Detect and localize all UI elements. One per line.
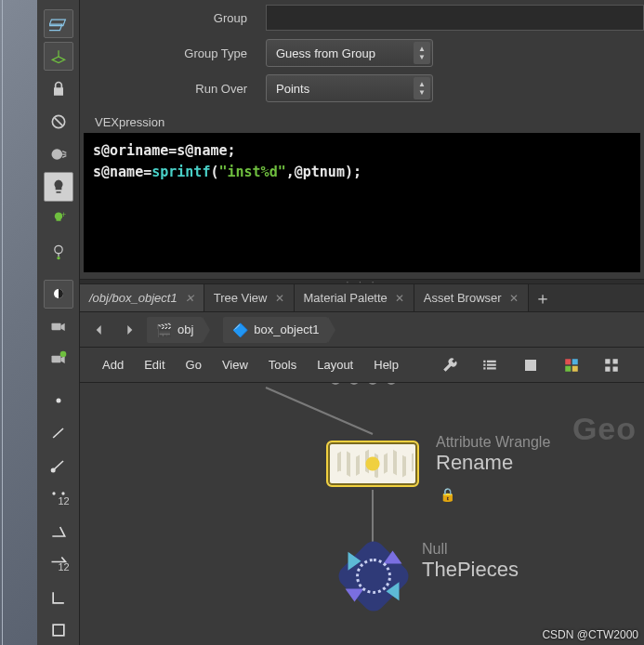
add-env-light-icon[interactable] bbox=[44, 238, 73, 267]
sheet-icon[interactable] bbox=[520, 354, 541, 376]
parameter-panel: Group Group Type Guess from Group ▲▼ Run… bbox=[80, 0, 644, 279]
network-menubar: Add Edit Go View Tools Layout Help bbox=[80, 348, 644, 383]
point-number-icon[interactable]: 12 bbox=[44, 484, 73, 514]
input-port[interactable] bbox=[349, 383, 359, 385]
render-region-icon[interactable] bbox=[44, 280, 73, 309]
menu-go[interactable]: Go bbox=[186, 358, 202, 372]
display-options-icon[interactable] bbox=[44, 9, 73, 38]
svg-rect-11 bbox=[51, 356, 60, 363]
vertex-icon[interactable] bbox=[44, 584, 73, 612]
svg-rect-18 bbox=[484, 360, 486, 362]
group-input[interactable] bbox=[266, 5, 644, 31]
geo-icon: 🔷 bbox=[232, 322, 248, 337]
tab-asset-browser[interactable]: Asset Browser ✕ bbox=[414, 284, 529, 311]
code-string: "inst%d" bbox=[218, 164, 285, 180]
stepper-icon[interactable]: ▲▼ bbox=[414, 42, 430, 64]
menu-add[interactable]: Add bbox=[102, 358, 124, 372]
input-port[interactable] bbox=[387, 383, 396, 385]
svg-rect-10 bbox=[51, 323, 60, 331]
close-icon[interactable]: ✕ bbox=[275, 292, 284, 305]
svg-rect-23 bbox=[487, 367, 496, 369]
menu-view[interactable]: View bbox=[222, 358, 248, 372]
svg-rect-0 bbox=[49, 24, 62, 31]
input-port[interactable] bbox=[331, 383, 340, 385]
palette-icon[interactable] bbox=[561, 354, 582, 376]
prim-number-icon[interactable]: 12 bbox=[44, 550, 73, 580]
more-display-icon[interactable] bbox=[44, 616, 73, 645]
tab-tree-view[interactable]: Tree View ✕ bbox=[204, 284, 295, 311]
run-over-label: Run Over bbox=[80, 82, 266, 96]
svg-point-6 bbox=[54, 245, 61, 253]
menu-layout[interactable]: Layout bbox=[317, 358, 353, 372]
lighting-icon[interactable] bbox=[44, 172, 73, 201]
code-text: ,@ptnum); bbox=[286, 164, 361, 180]
network-editor: /obj/box_object1 ✕ Tree View ✕ Material … bbox=[80, 284, 644, 645]
menu-edit[interactable]: Edit bbox=[144, 358, 164, 372]
normals-icon[interactable] bbox=[44, 518, 73, 546]
wrangle-icon bbox=[332, 446, 414, 481]
stepper-icon[interactable]: ▲▼ bbox=[414, 77, 430, 99]
node-name-text: Rename bbox=[436, 451, 550, 475]
obj-icon: 🎬 bbox=[156, 322, 172, 337]
camera-icon[interactable] bbox=[44, 312, 73, 341]
left-toolbar: + 12 12 bbox=[37, 0, 80, 645]
svg-point-14 bbox=[51, 469, 54, 472]
add-tab-button[interactable]: ＋ bbox=[529, 284, 557, 311]
input-port[interactable] bbox=[368, 383, 377, 385]
node-type-text: Attribute Wrangle bbox=[436, 434, 550, 451]
disable-icon[interactable] bbox=[44, 107, 73, 136]
svg-rect-27 bbox=[565, 365, 571, 371]
node-input-ports bbox=[331, 383, 396, 385]
breadcrumb-obj[interactable]: 🎬 obj bbox=[147, 317, 203, 343]
breadcrumb-box-object[interactable]: 🔷 box_object1 bbox=[223, 317, 328, 343]
tab-network-path[interactable]: /obj/box_object1 ✕ bbox=[80, 284, 204, 311]
group-type-select[interactable]: Guess from Group ▲▼ bbox=[266, 39, 433, 67]
add-camera-icon[interactable] bbox=[44, 345, 73, 374]
tab-material-palette[interactable]: Material Palette ✕ bbox=[295, 284, 414, 311]
grid-icon[interactable] bbox=[601, 354, 622, 376]
close-icon[interactable]: ✕ bbox=[395, 292, 404, 305]
null-icon-part bbox=[384, 550, 402, 563]
breadcrumb-label: obj bbox=[177, 322, 193, 336]
nav-back-button[interactable] bbox=[87, 318, 112, 342]
lock-icon[interactable] bbox=[44, 74, 73, 103]
svg-rect-1 bbox=[49, 20, 65, 26]
tab-bar: /obj/box_object1 ✕ Tree View ✕ Material … bbox=[80, 284, 644, 312]
run-over-select[interactable]: Points ▲▼ bbox=[266, 74, 433, 102]
list-view-icon[interactable] bbox=[480, 354, 501, 376]
menu-tools[interactable]: Tools bbox=[269, 358, 296, 372]
point-display-icon[interactable] bbox=[44, 387, 73, 415]
svg-point-3 bbox=[51, 149, 62, 160]
menu-help[interactable]: Help bbox=[374, 358, 399, 372]
code-text: s@name= bbox=[93, 164, 151, 180]
svg-point-12 bbox=[59, 351, 66, 358]
watermark: CSDN @CTW2000 bbox=[542, 628, 638, 641]
svg-rect-32 bbox=[613, 366, 618, 371]
wrench-icon[interactable] bbox=[440, 354, 460, 376]
node-name-text: ThePieces bbox=[422, 558, 519, 582]
add-light-icon[interactable]: + bbox=[44, 205, 73, 234]
headlight-icon[interactable] bbox=[44, 139, 73, 168]
edge-display-icon[interactable] bbox=[44, 419, 73, 448]
primitive-display-icon[interactable] bbox=[44, 452, 73, 480]
svg-rect-21 bbox=[487, 363, 496, 365]
path-bar: 🎬 obj 🔷 box_object1 bbox=[80, 312, 644, 348]
close-icon[interactable]: ✕ bbox=[185, 292, 194, 305]
svg-rect-19 bbox=[487, 360, 496, 362]
breadcrumb-label: box_object1 bbox=[254, 322, 319, 336]
reference-plane-icon[interactable] bbox=[44, 42, 73, 71]
network-canvas[interactable]: Geo Attribute Wrangle Rename 🔒 bbox=[80, 383, 644, 645]
svg-point-13 bbox=[56, 399, 60, 403]
svg-rect-25 bbox=[565, 359, 571, 364]
nav-forward-button[interactable] bbox=[117, 318, 141, 342]
svg-text:+: + bbox=[61, 210, 66, 219]
svg-rect-17 bbox=[53, 625, 64, 637]
close-icon[interactable]: ✕ bbox=[509, 292, 519, 305]
svg-point-7 bbox=[57, 257, 59, 259]
node-wires bbox=[80, 383, 644, 645]
run-over-value: Points bbox=[276, 82, 309, 96]
node-attribute-wrangle[interactable] bbox=[326, 441, 419, 487]
vex-code-editor[interactable]: s@oriname=s@name; s@name=sprintf("inst%d… bbox=[84, 133, 640, 272]
node-label-thepieces: Null ThePieces bbox=[422, 541, 519, 582]
svg-rect-4 bbox=[56, 191, 60, 193]
